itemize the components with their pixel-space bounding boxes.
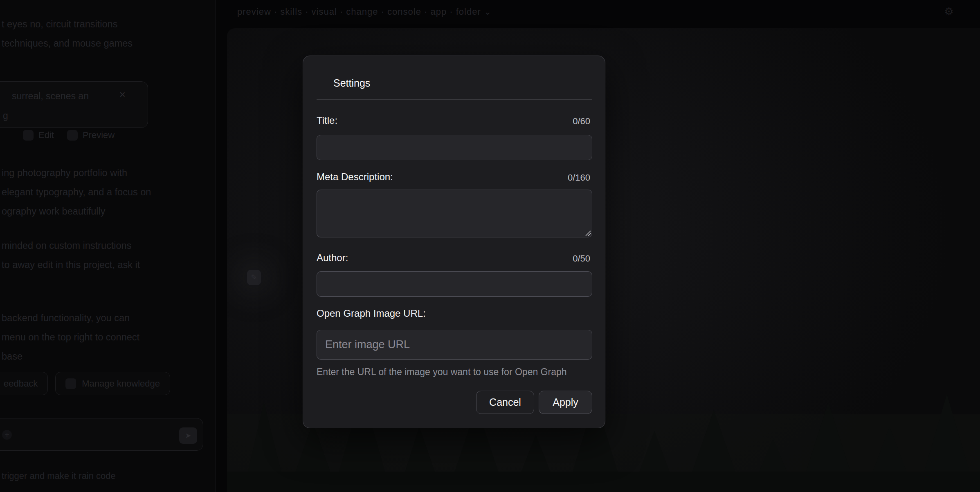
attachment-card: surreal, scenes an × g — [0, 81, 148, 128]
attachment-card-subtext: g — [3, 110, 8, 121]
project-breadcrumb[interactable]: preview · skills · visual · change · con… — [237, 7, 524, 17]
preview-icon — [67, 130, 78, 141]
attachment-card-text: surreal, scenes an — [12, 91, 89, 102]
chat-message-line: techniques, and mouse games — [2, 38, 133, 49]
chat-paragraph-line: menu on the top right to connect — [2, 332, 139, 343]
meta-description-field — [317, 190, 592, 237]
meta-description-textarea[interactable] — [317, 190, 592, 237]
pencil-icon: ✎ — [251, 273, 257, 282]
composer-footer-note: trigger and make it rain code — [2, 471, 116, 481]
apply-button[interactable]: Apply — [539, 391, 592, 414]
og-image-url-helper: Enter the URL of the image you want to u… — [317, 367, 567, 378]
textarea-resize-handle[interactable] — [584, 229, 591, 237]
floating-edit-button[interactable]: ✎ — [247, 270, 261, 285]
feedback-button-label: eedback — [4, 378, 38, 389]
send-icon: ➤ — [185, 432, 191, 440]
settings-modal: Settings Title: 0/60 Meta Description: 0… — [303, 56, 605, 428]
plus-icon[interactable]: + — [2, 430, 12, 440]
manage-knowledge-label: Manage knowledge — [82, 378, 160, 389]
chat-paragraph-line: backend functionality, you can — [2, 313, 130, 324]
edit-icon — [23, 130, 34, 141]
chat-paragraph-line: base — [2, 351, 22, 362]
og-image-url-label: Open Graph Image URL: — [317, 308, 426, 319]
author-input[interactable] — [317, 271, 592, 297]
edit-chip-label: Edit — [38, 130, 54, 141]
chat-composer[interactable]: + ➤ — [0, 418, 203, 451]
meta-description-counter: 0/160 — [568, 172, 590, 183]
chat-paragraph-line: ing photography portfolio with — [2, 168, 127, 179]
knowledge-icon — [65, 378, 76, 389]
title-label: Title: — [317, 115, 337, 126]
chat-sidebar: t eyes no, circuit transitions technique… — [0, 0, 216, 492]
preview-chip[interactable]: Preview — [67, 130, 115, 141]
author-counter: 0/50 — [573, 253, 590, 264]
edit-chip[interactable]: Edit — [23, 130, 54, 141]
chat-paragraph-line: ography work beautifully — [2, 206, 105, 217]
manage-knowledge-button[interactable]: Manage knowledge — [55, 372, 170, 395]
gear-icon[interactable]: ⚙ — [942, 5, 955, 18]
title-input[interactable] — [317, 135, 592, 160]
chat-paragraph-line: minded on custom instructions — [2, 240, 131, 251]
modal-title: Settings — [333, 77, 370, 89]
feedback-button[interactable]: eedback — [0, 372, 48, 395]
meta-description-label: Meta Description: — [317, 171, 393, 183]
chat-paragraph-line: elegant typography, and a focus on — [2, 187, 151, 198]
cancel-button[interactable]: Cancel — [476, 391, 534, 414]
title-counter: 0/60 — [573, 116, 590, 127]
close-icon[interactable]: × — [119, 88, 126, 101]
mode-chip-row: Edit Preview — [23, 130, 115, 141]
preview-chip-label: Preview — [83, 130, 115, 141]
og-image-url-input[interactable] — [317, 330, 592, 360]
chat-paragraph-line: to away edit in this project, ask it — [2, 259, 140, 271]
action-chip-row: eedback Manage knowledge — [0, 372, 170, 395]
send-button[interactable]: ➤ — [179, 427, 197, 444]
chat-message-line: t eyes no, circuit transitions — [2, 19, 117, 30]
modal-divider — [317, 99, 592, 100]
author-label: Author: — [317, 252, 348, 264]
